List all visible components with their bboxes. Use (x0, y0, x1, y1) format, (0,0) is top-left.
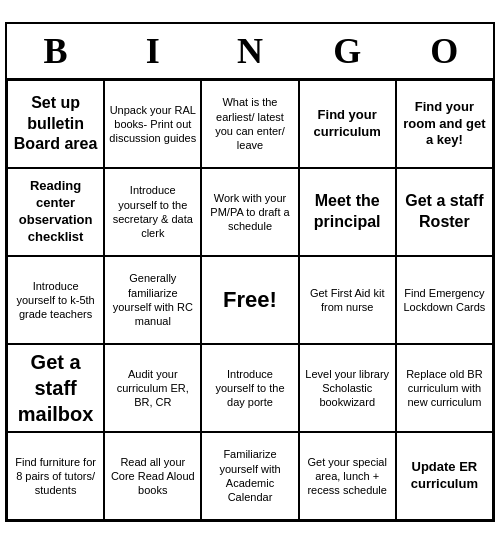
bingo-cell-6[interactable]: Introduce yourself to the secretary & da… (104, 168, 201, 256)
bingo-cell-23[interactable]: Get your special area, lunch + recess sc… (299, 432, 396, 520)
bingo-cell-10[interactable]: Introduce yourself to k-5th grade teache… (7, 256, 104, 344)
bingo-cell-20[interactable]: Find furniture for 8 pairs of tutors/ st… (7, 432, 104, 520)
bingo-cell-12[interactable]: Free! (201, 256, 298, 344)
bingo-cell-15[interactable]: Get a staff mailbox (7, 344, 104, 432)
header-g: G (300, 30, 394, 72)
bingo-cell-2[interactable]: What is the earliest/ latest you can ent… (201, 80, 298, 168)
header-o: O (397, 30, 491, 72)
header-i: I (106, 30, 200, 72)
bingo-cell-24[interactable]: Update ER curriculum (396, 432, 493, 520)
bingo-cell-7[interactable]: Work with your PM/PA to draft a schedule (201, 168, 298, 256)
bingo-cell-3[interactable]: Find your curriculum (299, 80, 396, 168)
bingo-cell-8[interactable]: Meet the principal (299, 168, 396, 256)
bingo-cell-18[interactable]: Level your library Scholastic bookwizard (299, 344, 396, 432)
bingo-cell-11[interactable]: Generally familiarize yourself with RC m… (104, 256, 201, 344)
bingo-cell-0[interactable]: Set up bulletin Board area (7, 80, 104, 168)
bingo-header: B I N G O (7, 24, 493, 80)
bingo-cell-4[interactable]: Find your room and get a key! (396, 80, 493, 168)
bingo-cell-22[interactable]: Familiarize yourself with Academic Calen… (201, 432, 298, 520)
bingo-cell-5[interactable]: Reading center observation checklist (7, 168, 104, 256)
bingo-cell-13[interactable]: Get First Aid kit from nurse (299, 256, 396, 344)
bingo-cell-17[interactable]: Introduce yourself to the day porte (201, 344, 298, 432)
bingo-card: B I N G O Set up bulletin Board areaUnpa… (5, 22, 495, 522)
bingo-cell-9[interactable]: Get a staff Roster (396, 168, 493, 256)
header-n: N (203, 30, 297, 72)
bingo-cell-16[interactable]: Audit your curriculum ER, BR, CR (104, 344, 201, 432)
header-b: B (9, 30, 103, 72)
bingo-cell-14[interactable]: Find Emergency Lockdown Cards (396, 256, 493, 344)
bingo-cell-21[interactable]: Read all your Core Read Aloud books (104, 432, 201, 520)
bingo-cell-19[interactable]: Replace old BR curriculum with new curri… (396, 344, 493, 432)
bingo-grid: Set up bulletin Board areaUnpack your RA… (7, 80, 493, 520)
bingo-cell-1[interactable]: Unpack your RAL books- Print out discuss… (104, 80, 201, 168)
